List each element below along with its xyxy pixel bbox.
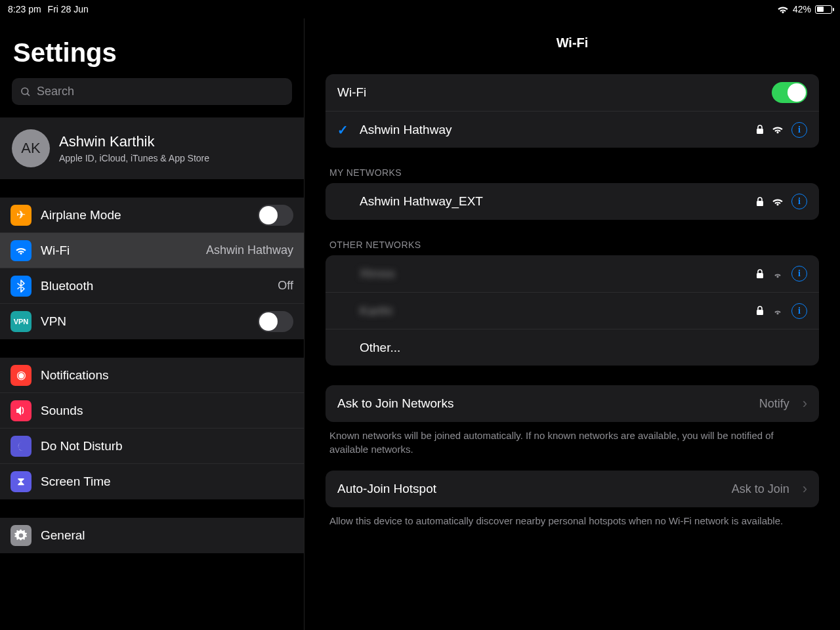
page-title: Settings [0, 18, 304, 78]
sidebar-item-notifications[interactable]: ◉ Notifications [0, 358, 304, 393]
gear-icon [10, 525, 32, 546]
my-networks-header: MY NETWORKS [326, 148, 819, 183]
connected-network-row[interactable]: ✓ Ashwin Hathway i [326, 111, 819, 148]
auto-join-hotspot-note: Allow this device to automatically disco… [326, 507, 819, 528]
wifi-signal-icon [772, 198, 784, 206]
other-network-button[interactable]: Other... [326, 329, 819, 366]
network-row[interactable]: Xtross i [326, 255, 819, 292]
search-placeholder: Search [37, 85, 74, 98]
sidebar-item-bluetooth[interactable]: Bluetooth Off [0, 268, 304, 304]
account-row[interactable]: AK Ashwin Karthik Apple ID, iCloud, iTun… [0, 117, 304, 179]
account-name: Ashwin Karthik [59, 133, 209, 150]
check-icon: ✓ [337, 122, 350, 138]
info-icon[interactable]: i [791, 303, 807, 319]
sidebar-item-wifi[interactable]: Wi-Fi Ashwin Hathway [0, 233, 304, 268]
wifi-signal-icon [772, 270, 784, 278]
ask-to-join-note: Known networks will be joined automatica… [326, 422, 819, 456]
battery-icon [815, 5, 832, 14]
chevron-right-icon: › [803, 395, 807, 412]
sidebar-item-vpn[interactable]: VPN VPN [0, 304, 304, 339]
airplane-icon: ✈ [10, 205, 32, 226]
other-networks-header: OTHER NETWORKS [326, 220, 819, 255]
detail-title: Wi-Fi [326, 18, 819, 74]
auto-join-hotspot-row[interactable]: Auto-Join Hotspot Ask to Join › [326, 471, 819, 507]
status-time: 8:23 pm [8, 4, 41, 14]
svg-rect-5 [757, 310, 763, 315]
svg-rect-4 [757, 273, 763, 278]
wifi-status-icon [777, 5, 789, 14]
search-icon [20, 86, 32, 98]
wifi-signal-icon [772, 306, 784, 315]
wifi-signal-icon [772, 125, 784, 134]
bluetooth-icon [10, 276, 32, 297]
svg-line-1 [27, 93, 30, 96]
wifi-master-row: Wi-Fi [326, 74, 819, 111]
wifi-detail-pane: Wi-Fi Wi-Fi ✓ Ashwin Hathway i [304, 18, 840, 630]
status-bar: 8:23 pm Fri 28 Jun 42% [0, 0, 840, 18]
settings-sidebar: Settings Search AK Ashwin Karthik Apple … [0, 18, 304, 630]
wifi-toggle[interactable] [772, 82, 807, 103]
avatar: AK [12, 129, 50, 167]
svg-rect-2 [757, 129, 763, 134]
network-row[interactable]: Karthi i [326, 292, 819, 329]
wifi-icon [10, 240, 32, 261]
sidebar-item-screentime[interactable]: ⧗ Screen Time [0, 464, 304, 499]
info-icon[interactable]: i [791, 266, 807, 282]
network-row[interactable]: Ashwin Hathway_EXT i [326, 183, 819, 220]
svg-rect-3 [757, 201, 763, 206]
sidebar-item-general[interactable]: General [0, 518, 304, 553]
airplane-toggle[interactable] [258, 205, 293, 226]
vpn-toggle[interactable] [258, 311, 293, 332]
lock-icon [756, 125, 764, 135]
battery-pct: 42% [793, 4, 811, 14]
lock-icon [756, 306, 764, 316]
hourglass-icon: ⧗ [10, 471, 32, 492]
sidebar-item-sounds[interactable]: Sounds [0, 393, 304, 429]
sidebar-item-dnd[interactable]: Do Not Disturb [0, 429, 304, 464]
wifi-current-value: Ashwin Hathway [206, 243, 293, 257]
vpn-icon: VPN [10, 311, 32, 332]
chevron-right-icon: › [803, 480, 807, 497]
sidebar-item-airplane[interactable]: ✈ Airplane Mode [0, 198, 304, 233]
search-input[interactable]: Search [12, 78, 292, 105]
lock-icon [756, 197, 764, 207]
lock-icon [756, 269, 764, 279]
moon-icon [10, 436, 32, 457]
ask-to-join-row[interactable]: Ask to Join Networks Notify › [326, 385, 819, 422]
svg-point-0 [22, 88, 28, 94]
notifications-icon: ◉ [10, 365, 32, 386]
info-icon[interactable]: i [791, 194, 807, 209]
info-icon[interactable]: i [791, 122, 807, 138]
status-date: Fri 28 Jun [48, 4, 89, 14]
sounds-icon [10, 400, 32, 421]
account-subtitle: Apple ID, iCloud, iTunes & App Store [59, 153, 209, 163]
